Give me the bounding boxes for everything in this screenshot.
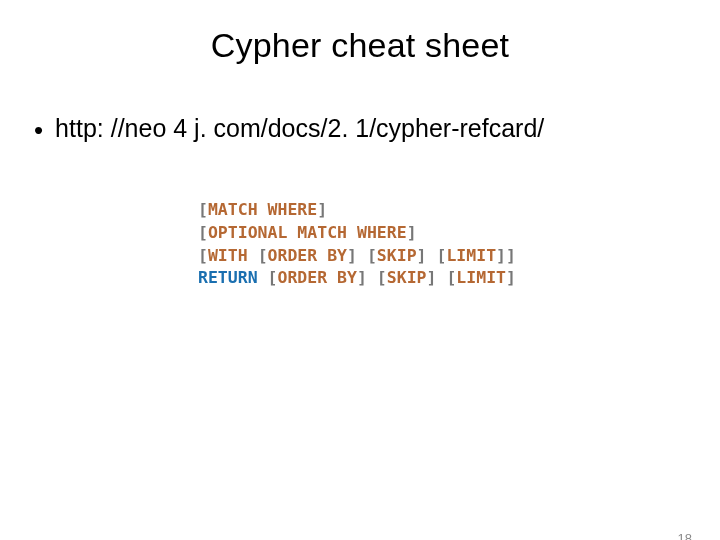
bullet-item: • http: //neo 4 j. com/docs/2. 1/cypher-… [34, 113, 720, 143]
keyword: LIMIT [456, 268, 506, 287]
code-line-3: [WITH [ORDER BY] [SKIP] [LIMIT]] [198, 245, 720, 268]
keyword: OPTIONAL MATCH WHERE [208, 223, 407, 242]
bracket-close: ] [357, 268, 367, 287]
keyword: ORDER BY [268, 246, 347, 265]
code-block: [MATCH WHERE] [OPTIONAL MATCH WHERE] [WI… [198, 199, 720, 290]
bracket-close: ] [407, 223, 417, 242]
page-title: Cypher cheat sheet [0, 26, 720, 65]
bracket-close: ] [317, 200, 327, 219]
bracket-open: [ [198, 223, 208, 242]
page-number: 18 [678, 531, 692, 540]
bullet-text: http: //neo 4 j. com/docs/2. 1/cypher-re… [55, 113, 544, 143]
code-line-1: [MATCH WHERE] [198, 199, 720, 222]
bullet-dot-icon: • [34, 117, 43, 143]
code-line-2: [OPTIONAL MATCH WHERE] [198, 222, 720, 245]
keyword: SKIP [377, 246, 417, 265]
keyword: ORDER BY [277, 268, 356, 287]
bracket-close: ] [427, 268, 437, 287]
slide: Cypher cheat sheet • http: //neo 4 j. co… [0, 26, 720, 540]
code-line-4: RETURN [ORDER BY] [SKIP] [LIMIT] [198, 267, 720, 290]
bracket-close: ] [347, 246, 357, 265]
bracket-open: [ [377, 268, 387, 287]
keyword: SKIP [387, 268, 427, 287]
keyword: LIMIT [446, 246, 496, 265]
bracket-close: ] [506, 268, 516, 287]
bracket-open: [ [446, 268, 456, 287]
bracket-close: ]] [496, 246, 516, 265]
bracket-close: ] [417, 246, 427, 265]
keyword: WITH [208, 246, 248, 265]
bracket-open: [ [268, 268, 278, 287]
bracket-open: [ [198, 246, 208, 265]
bracket-open: [ [198, 200, 208, 219]
keyword: MATCH WHERE [208, 200, 317, 219]
bracket-open: [ [258, 246, 268, 265]
bracket-open: [ [436, 246, 446, 265]
bracket-open: [ [367, 246, 377, 265]
keyword-return: RETURN [198, 268, 258, 287]
